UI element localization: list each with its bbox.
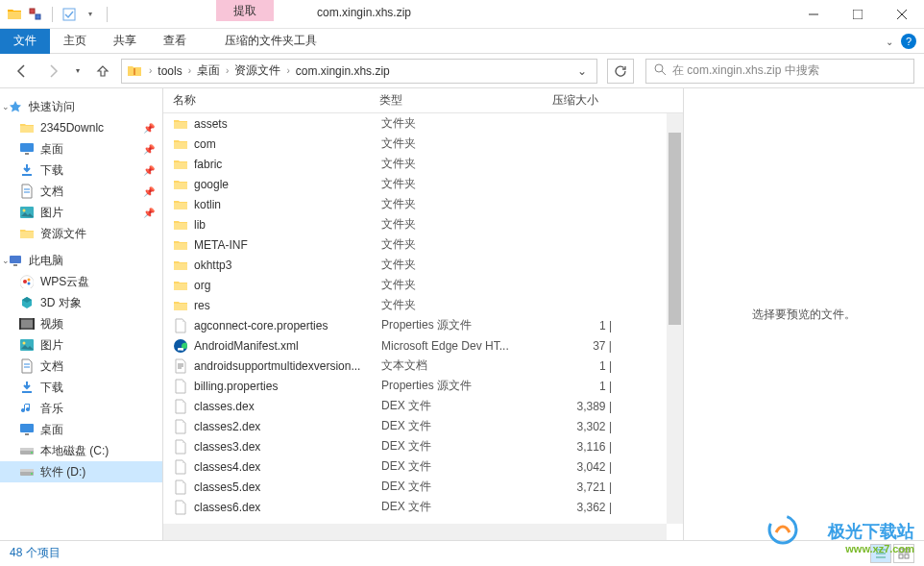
file-type: DEX 文件	[381, 499, 554, 515]
chevron-right-icon[interactable]: ›	[284, 65, 291, 76]
sidebar-item[interactable]: 文档📌	[0, 181, 162, 202]
context-tab-extract: 提取	[216, 0, 274, 21]
breadcrumb-item[interactable]: tools	[154, 64, 185, 78]
close-button[interactable]	[880, 0, 924, 29]
sidebar-item[interactable]: 图片📌	[0, 202, 162, 223]
file-row[interactable]: androidsupportmultidexversion...文本文档1 |	[163, 356, 683, 376]
help-icon[interactable]: ?	[901, 34, 916, 49]
file-row[interactable]: res文件夹	[163, 295, 683, 315]
maximize-button[interactable]	[836, 0, 880, 29]
file-row[interactable]: billing.propertiesProperties 源文件1 |	[163, 376, 683, 396]
sidebar-item[interactable]: 2345Downlc📌	[0, 117, 162, 138]
vertical-scrollbar[interactable]	[667, 113, 683, 524]
ribbon-context-tab[interactable]: 压缩的文件夹工具	[211, 29, 330, 54]
svg-rect-37	[20, 469, 34, 472]
sidebar-item[interactable]: 桌面	[0, 419, 162, 440]
file-row[interactable]: classes2.dexDEX 文件3,302 |	[163, 416, 683, 436]
sidebar-item[interactable]: 软件 (D:)	[0, 461, 162, 482]
sidebar-item[interactable]: 桌面📌	[0, 138, 162, 160]
file-type: 文件夹	[381, 216, 554, 233]
search-icon	[654, 63, 667, 79]
file-name: assets	[194, 117, 381, 131]
breadcrumb-item[interactable]: 资源文件	[231, 62, 284, 79]
navigation-pane[interactable]: ⌄ 快速访问 2345Downlc📌桌面📌下载📌文档📌图片📌资源文件 ⌄ 此电脑…	[0, 88, 163, 540]
file-name: classes3.dex	[194, 440, 381, 454]
sidebar-item[interactable]: WPS云盘	[0, 271, 162, 292]
ribbon-file-tab[interactable]: 文件	[0, 29, 50, 54]
sidebar-quick-access[interactable]: ⌄ 快速访问	[0, 96, 162, 117]
sidebar-item[interactable]: 本地磁盘 (C:)	[0, 440, 162, 461]
file-row[interactable]: agconnect-core.propertiesProperties 源文件1…	[163, 315, 683, 335]
expand-icon[interactable]: ⌄	[2, 102, 10, 111]
sidebar-item[interactable]: 视频	[0, 313, 162, 334]
scrollbar-thumb[interactable]	[669, 133, 681, 325]
checkbox-icon[interactable]	[61, 6, 78, 23]
column-type[interactable]: 类型	[379, 92, 552, 109]
ribbon-expand-icon[interactable]: ⌄	[886, 37, 893, 47]
file-row[interactable]: classes6.dexDEX 文件3,362 |	[163, 497, 683, 517]
file-row[interactable]: kotlin文件夹	[163, 194, 683, 214]
file-name: lib	[194, 218, 381, 232]
sidebar-this-pc[interactable]: ⌄ 此电脑	[0, 250, 162, 271]
breadcrumb-item[interactable]: 桌面	[193, 62, 224, 79]
column-name[interactable]: 名称	[173, 92, 379, 109]
sidebar-item[interactable]: 下载📌	[0, 160, 162, 181]
address-bar[interactable]: › tools › 桌面 › 资源文件 › com.xingin.xhs.zip…	[121, 59, 597, 84]
horizontal-scrollbar[interactable]	[163, 524, 667, 540]
ribbon-tab-home[interactable]: 主页	[50, 29, 100, 54]
file-row[interactable]: google文件夹	[163, 174, 683, 194]
minimize-button[interactable]	[791, 0, 836, 29]
address-dropdown-icon[interactable]: ⌄	[571, 64, 593, 78]
sidebar-item-label: 3D 对象	[40, 295, 82, 311]
file-row[interactable]: org文件夹	[163, 275, 683, 295]
pin-icon: 📌	[143, 144, 155, 155]
sidebar-item-label: 此电脑	[29, 253, 63, 269]
file-rows[interactable]: assets文件夹com文件夹fabric文件夹google文件夹kotlin文…	[163, 113, 683, 540]
sidebar-item[interactable]: 下载	[0, 377, 162, 398]
sidebar-item[interactable]: 3D 对象	[0, 292, 162, 313]
svg-point-20	[28, 279, 31, 282]
chevron-right-icon[interactable]: ›	[147, 65, 154, 76]
column-size[interactable]: 压缩大小	[552, 92, 629, 109]
expand-icon[interactable]: ⌄	[2, 256, 10, 265]
back-button[interactable]	[10, 59, 35, 84]
properties-icon[interactable]	[27, 6, 44, 23]
refresh-button[interactable]	[607, 59, 634, 84]
file-type: DEX 文件	[381, 458, 554, 475]
file-row[interactable]: lib文件夹	[163, 214, 683, 234]
column-headers[interactable]: 名称 类型 压缩大小	[163, 88, 683, 113]
sidebar-item[interactable]: 文档	[0, 356, 162, 377]
file-row[interactable]: com文件夹	[163, 134, 683, 154]
file-row[interactable]: okhttp3文件夹	[163, 255, 683, 275]
file-row[interactable]: META-INF文件夹	[163, 234, 683, 255]
folder-icon	[19, 120, 35, 135]
ribbon-tab-share[interactable]: 共享	[100, 29, 150, 54]
file-icon	[173, 419, 188, 434]
sidebar-item[interactable]: 音乐	[0, 398, 162, 419]
file-row[interactable]: classes3.dexDEX 文件3,116 |	[163, 436, 683, 456]
qat-dropdown-icon[interactable]: ▾	[82, 6, 99, 23]
file-row[interactable]: DEVAndroidManifest.xmlMicrosoft Edge Dev…	[163, 335, 683, 356]
file-row[interactable]: classes.dexDEX 文件3,389 |	[163, 396, 683, 416]
file-row[interactable]: fabric文件夹	[163, 154, 683, 174]
chevron-right-icon[interactable]: ›	[186, 65, 193, 76]
file-row[interactable]: assets文件夹	[163, 113, 683, 134]
breadcrumb-item[interactable]: com.xingin.xhs.zip	[292, 64, 394, 78]
recent-dropdown[interactable]: ▾	[71, 59, 85, 84]
sidebar-item[interactable]: 资源文件	[0, 223, 162, 244]
file-name: google	[194, 178, 381, 191]
chevron-right-icon[interactable]: ›	[224, 65, 231, 76]
pin-icon: 📌	[143, 208, 155, 218]
forward-button[interactable]	[40, 59, 65, 84]
video-icon	[19, 316, 35, 332]
svg-rect-32	[25, 433, 29, 435]
search-input[interactable]: 在 com.xingin.xhs.zip 中搜索	[645, 59, 914, 84]
sidebar-item[interactable]: 图片	[0, 334, 162, 356]
desktop-icon	[19, 422, 35, 437]
drive-icon	[19, 443, 35, 458]
file-row[interactable]: classes5.dexDEX 文件3,721 |	[163, 477, 683, 497]
sidebar-item-label: 音乐	[40, 401, 63, 417]
ribbon-tab-view[interactable]: 查看	[150, 29, 200, 54]
up-button[interactable]	[90, 59, 115, 84]
file-row[interactable]: classes4.dexDEX 文件3,042 |	[163, 456, 683, 477]
